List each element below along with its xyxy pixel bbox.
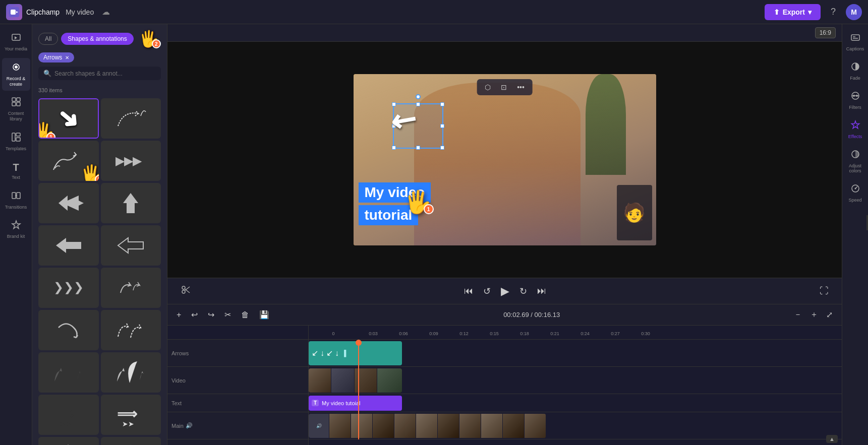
handle-rm[interactable] [440,124,444,128]
handle-br[interactable] [440,146,444,150]
ruler-mark-18: 0:18 [509,328,540,337]
shape-item-12[interactable] [101,310,161,350]
items-count: 330 items [32,85,167,96]
timeline-expand-button[interactable]: ▲ [826,435,838,443]
handle-bl[interactable] [392,146,396,150]
handle-tl[interactable] [392,102,396,106]
rotate-handle[interactable] [416,94,421,99]
undo-button[interactable]: ↩ [188,308,201,322]
shape-item-16[interactable]: ⟹ ➤➤ [101,395,161,435]
video-inline-toolbar: ⬡ ⊡ ••• [477,79,533,95]
shape-item-2[interactable] [101,98,161,139]
vtb-more-button[interactable]: ••• [513,81,529,93]
sidebar-item-text[interactable]: T Text [2,158,30,184]
shape-item-7[interactable] [38,225,99,266]
shape-item-1[interactable]: ➜ 🖐 1 [38,98,99,139]
search-input[interactable] [54,70,156,77]
svg-point-39 [853,95,855,97]
video-track-clip[interactable] [309,368,402,393]
sidebar-item-content-library[interactable]: Content library [2,93,30,126]
delete-button[interactable]: 🗑 [238,308,252,322]
svg-text:▶▶▶: ▶▶▶ [115,155,142,167]
shape-item-10[interactable] [101,268,161,308]
main-frame-8 [481,414,502,438]
main-frame-7 [459,414,481,438]
right-panel-effects[interactable]: Effects [843,116,867,143]
search-box: 🔍 [38,67,161,80]
text-track-clip[interactable]: T My video tutoial [309,396,402,411]
speed-icon [850,183,860,196]
shape-item-3[interactable]: 🖐 3 [38,141,99,181]
ruler-header-left [167,326,308,340]
right-panel-captions[interactable]: Captions [843,28,867,55]
your-media-icon [11,32,21,45]
zoom-out-button[interactable]: － [791,307,805,322]
right-panel-filters[interactable]: Filters [843,87,867,114]
shape-item-15[interactable]: ⟹ ➤➤ [38,395,99,435]
vtb-crop-button[interactable]: ⊡ [497,81,511,93]
shape-item-5[interactable] [38,183,99,223]
track-controls: Arrows Video Text Main 🔊 [167,326,309,445]
video-text-line1: My video [359,182,431,203]
shape-item-9[interactable]: ❯❯❯ [38,268,99,308]
shape-item-11[interactable] [38,310,99,350]
shape-item-4[interactable]: ▶▶▶ [101,141,161,181]
shape-item-13[interactable] [38,352,99,393]
svg-rect-12 [16,138,20,141]
play-button[interactable]: ▶ [498,282,512,301]
shape-item-18[interactable]: ✦✦✦ [101,437,161,445]
video-title[interactable]: My video [66,8,94,16]
filter-tab-shapes[interactable]: Shapes & annotations [61,33,133,45]
rewind-button[interactable]: ↺ [480,283,494,300]
export-button[interactable]: ⬆ Export ▾ [765,4,821,20]
add-clip-button[interactable]: + [173,308,184,322]
track-rows: ↙ ↓ ↙ ↓ ▐ [309,340,842,439]
arrow-shape-container[interactable]: ↙ [373,88,423,134]
vtb-resize-button[interactable]: ⬡ [481,81,495,93]
sidebar-label-your-media: Your media [5,46,27,52]
tag-arrows[interactable]: Arrows ✕ [38,52,74,62]
magic-cut-button[interactable] [178,282,194,300]
sidebar-item-transitions[interactable]: Transitions [2,186,30,214]
cut-button[interactable]: ✂ [221,308,234,322]
shape-item-17[interactable]: ✦✦✦ [38,437,99,445]
tag-remove-arrows[interactable]: ✕ [65,55,69,60]
aspect-ratio-button[interactable]: 16:9 [815,27,836,38]
shape-item-8[interactable] [101,225,161,266]
save-button[interactable]: 💾 [256,308,272,322]
sidebar-item-your-media[interactable]: Your media [2,28,30,56]
help-button[interactable]: ? [827,5,840,19]
sidebar-item-brand-kit[interactable]: Brand kit [2,216,30,243]
fullscreen-button[interactable]: ⛶ [817,283,832,299]
handle-tm[interactable] [416,102,420,106]
track-scroll-area[interactable]: 0 0:03 0:06 0:09 0:12 0:15 0:18 0:21 0:2… [309,326,842,445]
right-panel-adjust-colors[interactable]: Adjust colors [843,145,867,177]
timeline-time-display: 00:02.69 / 00:16.13 [276,311,787,319]
ruler-mark-3: 0:03 [358,328,388,337]
svg-rect-8 [12,102,16,106]
main-video-track-clip[interactable]: 🔊 [309,414,606,438]
redo-button[interactable]: ↪ [205,308,217,322]
sidebar-item-record[interactable]: Record &create [2,58,30,91]
video-text-overlay[interactable]: My video tutorial [359,182,651,225]
arrow-track-clip[interactable]: ↙ ↓ ↙ ↓ ▐ [309,341,402,365]
handle-tr[interactable] [440,102,444,106]
fit-timeline-button[interactable]: ⤢ [823,308,836,322]
sidebar-item-templates[interactable]: Templates [2,128,30,156]
shape-item-14[interactable] [101,352,161,393]
shape-item-6[interactable] [101,183,161,223]
track-arrow-icon-5: ▐ [342,350,346,357]
svg-marker-17 [123,193,138,213]
user-avatar[interactable]: M [846,4,862,20]
track-arrow-icon-3: ↙ [326,348,333,358]
right-panel-speed[interactable]: Speed [843,179,867,207]
skip-forward-button[interactable]: ⏭ [534,283,549,299]
zoom-in-button[interactable]: ＋ [807,307,821,322]
video-thumb-4 [377,368,402,393]
svg-rect-10 [12,133,15,141]
handle-bm[interactable] [416,146,420,150]
right-panel-fade[interactable]: Fade [843,57,867,85]
skip-back-button[interactable]: ⏮ [461,283,476,299]
filter-tab-all[interactable]: All [38,33,58,45]
forward-button[interactable]: ↻ [516,283,530,300]
